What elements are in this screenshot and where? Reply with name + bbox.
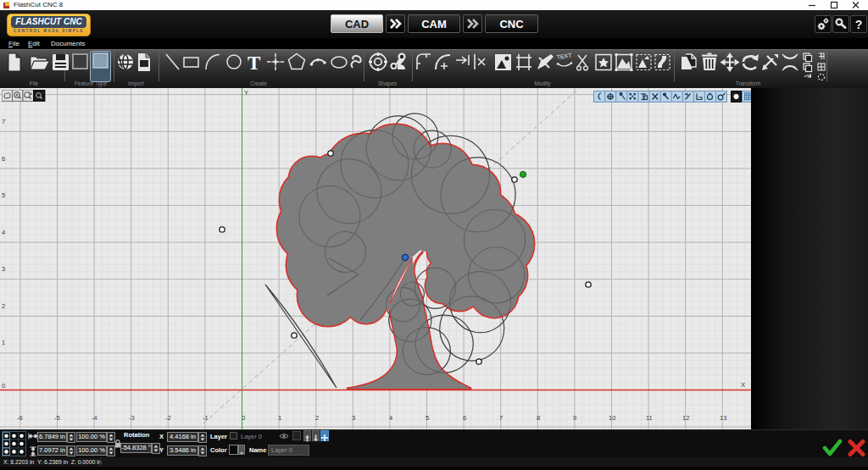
svg-text:4: 4	[389, 414, 392, 422]
svg-text:X: X	[741, 381, 745, 389]
svg-text:-4: -4	[92, 414, 97, 422]
svg-text:9: 9	[573, 414, 576, 422]
svg-text:Y: Y	[244, 89, 248, 97]
svg-text:2: 2	[315, 414, 319, 422]
svg-text:13: 13	[720, 414, 726, 422]
svg-text:1: 1	[278, 414, 281, 422]
svg-text:6: 6	[463, 414, 466, 422]
svg-text:-2: -2	[165, 414, 171, 422]
svg-text:7: 7	[2, 118, 5, 125]
svg-text:-3: -3	[129, 414, 135, 422]
svg-text:TEXT: TEXT	[556, 52, 572, 60]
svg-text:-6: -6	[17, 414, 23, 422]
svg-text:12: 12	[682, 414, 689, 422]
svg-text:6: 6	[2, 155, 5, 163]
svg-text:4: 4	[2, 229, 5, 236]
svg-text:3: 3	[352, 414, 355, 422]
svg-text:0: 0	[2, 382, 5, 390]
svg-text:10: 10	[609, 414, 615, 422]
svg-text:11: 11	[646, 414, 653, 422]
svg-text:3: 3	[2, 265, 5, 273]
svg-text:-1: -1	[203, 414, 209, 422]
svg-text:1: 1	[2, 339, 5, 346]
svg-text:T: T	[248, 53, 260, 74]
svg-text:8: 8	[537, 414, 540, 422]
svg-text:-5: -5	[54, 414, 60, 422]
svg-text:7: 7	[499, 414, 503, 422]
svg-text:2: 2	[2, 302, 5, 310]
svg-text:5: 5	[426, 414, 429, 422]
svg-text:5: 5	[2, 191, 5, 199]
